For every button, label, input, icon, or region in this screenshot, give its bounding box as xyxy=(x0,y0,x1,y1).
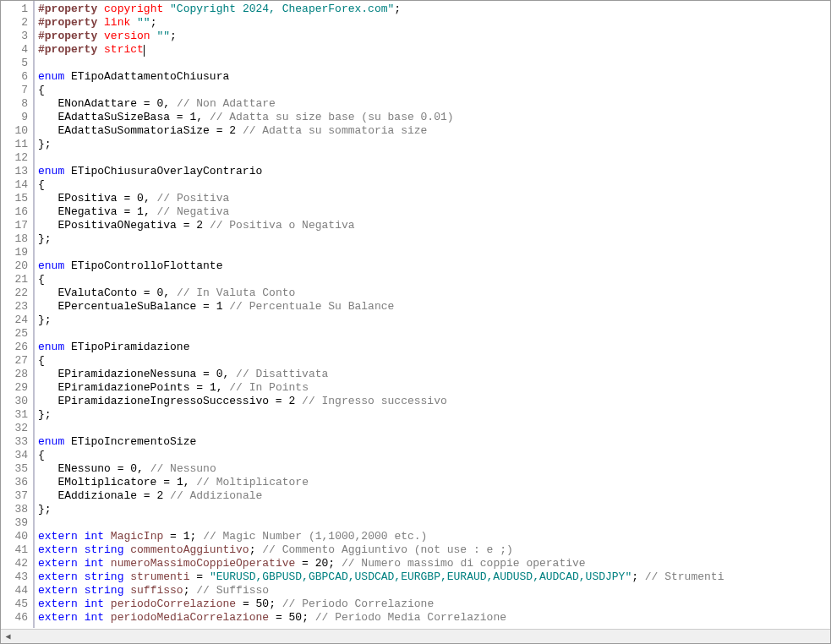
token-var: MagicInp xyxy=(111,530,163,543)
token-op: ; xyxy=(631,570,638,583)
code-line[interactable]: extern int numeroMassimoCoppieOperative … xyxy=(38,557,830,570)
token-op: { xyxy=(38,273,45,286)
line-number: 12 xyxy=(1,151,28,165)
code-line[interactable]: EPiramidazioneNessuna = 0, // Disattivat… xyxy=(38,368,830,381)
line-number: 35 xyxy=(1,462,28,476)
line-number: 16 xyxy=(1,205,28,219)
code-line[interactable]: EPiramidazioneIngressoSuccessivo = 2 // … xyxy=(38,395,830,408)
token-op: , xyxy=(144,205,150,218)
line-number: 10 xyxy=(1,124,28,138)
scrollbar-track[interactable] xyxy=(15,630,830,643)
code-line[interactable] xyxy=(38,327,830,341)
code-line[interactable]: ENessuno = 0, // Nessuno xyxy=(38,462,830,476)
token-num: 0 xyxy=(130,462,137,475)
code-line[interactable]: extern string commentoAggiuntivo; // Com… xyxy=(38,543,830,557)
token-cmt: // Non Adattare xyxy=(177,97,276,110)
token-op: ; xyxy=(269,598,276,610)
code-line[interactable]: #property version ""; xyxy=(38,30,830,43)
token-op: , xyxy=(137,462,144,475)
code-line[interactable] xyxy=(38,422,830,435)
code-line[interactable]: extern int periodoCorrelazione = 50; // … xyxy=(38,598,830,611)
token-type: string xyxy=(85,543,124,556)
token-op: = xyxy=(118,462,124,475)
token-var: periodoCorrelazione xyxy=(111,598,236,610)
code-line[interactable]: EMoltiplicatore = 1, // Moltiplicatore xyxy=(38,476,830,489)
line-number: 28 xyxy=(1,368,28,381)
code-line[interactable]: { xyxy=(38,84,830,97)
token-id: EPositivaONegativa xyxy=(57,219,176,232)
code-line[interactable]: { xyxy=(38,354,830,368)
token-id: EAdattaSuSommatoriaSize xyxy=(57,124,209,137)
code-line[interactable]: extern string suffisso; // Suffisso xyxy=(38,584,830,598)
token-id: EPiramidazionePoints xyxy=(57,381,189,394)
code-line[interactable]: enum ETipoControlloFlottante xyxy=(38,259,830,273)
scroll-left-arrow-icon[interactable]: ◀ xyxy=(1,630,15,644)
code-line[interactable] xyxy=(38,57,830,70)
code-line[interactable]: }; xyxy=(38,314,830,327)
token-kw: extern xyxy=(38,543,78,556)
code-line[interactable]: #property copyright "Copyright 2024, Che… xyxy=(38,3,830,16)
code-line[interactable]: EPositiva = 0, // Positiva xyxy=(38,192,830,205)
token-op: = xyxy=(123,192,130,205)
token-op: ; xyxy=(394,3,401,15)
token-id: EPiramidazioneIngressoSuccessivo xyxy=(57,395,269,407)
code-line[interactable]: ENegativa = 1, // Negativa xyxy=(38,205,830,219)
code-line[interactable]: #property strict xyxy=(38,43,830,57)
code-line[interactable]: enum ETipoAdattamentoChiusura xyxy=(38,70,830,84)
line-number: 32 xyxy=(1,422,28,435)
line-number: 38 xyxy=(1,503,28,516)
token-cmt: // Commento Aggiuntivo (not use : e ;) xyxy=(262,543,512,556)
token-dir: #property xyxy=(38,43,97,56)
line-number: 4 xyxy=(1,43,28,57)
line-number: 17 xyxy=(1,219,28,232)
code-line[interactable]: EPiramidazionePoints = 1, // In Points xyxy=(38,381,830,395)
code-line[interactable]: }; xyxy=(38,138,830,151)
code-line[interactable]: }; xyxy=(38,503,830,516)
code-line[interactable]: EAdattaSuSizeBasa = 1, // Adatta su size… xyxy=(38,111,830,124)
line-number: 40 xyxy=(1,530,28,543)
code-line[interactable]: EAdattaSuSommatoriaSize = 2 // Adatta su… xyxy=(38,124,830,138)
code-line[interactable] xyxy=(38,151,830,165)
token-type: int xyxy=(85,557,104,570)
token-num: 2 xyxy=(288,395,295,407)
token-var: commentoAggiuntivo xyxy=(130,543,249,556)
token-kw: extern xyxy=(38,530,78,543)
token-op: = xyxy=(203,368,210,380)
token-kw: enum xyxy=(38,165,64,177)
code-line[interactable]: }; xyxy=(38,232,830,246)
token-id: ENessuno xyxy=(57,462,110,475)
code-line[interactable]: extern string strumenti = "EURUSD,GBPUSD… xyxy=(38,570,830,584)
code-line[interactable]: enum ETipoChiusuraOverlayContrario xyxy=(38,165,830,178)
code-line[interactable] xyxy=(38,246,830,259)
horizontal-scrollbar[interactable]: ◀ xyxy=(1,629,830,643)
code-line[interactable]: { xyxy=(38,449,830,462)
code-line[interactable] xyxy=(38,516,830,530)
token-num: 0 xyxy=(137,192,144,205)
line-number: 19 xyxy=(1,246,28,259)
code-editor[interactable]: 1234567891011121314151617181920212223242… xyxy=(1,1,830,628)
token-cmt: // Adatta su sommatoria size xyxy=(243,124,427,137)
code-line[interactable]: #property link ""; xyxy=(38,16,830,30)
token-num: 1 xyxy=(137,205,144,218)
code-line[interactable]: { xyxy=(38,273,830,287)
token-id: ENonAdattare xyxy=(57,97,137,110)
token-id: ETipoChiusuraOverlayContrario xyxy=(71,165,262,177)
code-area[interactable]: #property copyright "Copyright 2024, Che… xyxy=(35,1,830,628)
code-line[interactable]: EValutaConto = 0, // In Valuta Conto xyxy=(38,287,830,300)
token-op: , xyxy=(196,111,203,123)
code-line[interactable]: extern int periodoMediaCorrelazione = 50… xyxy=(38,611,830,625)
code-line[interactable]: enum ETipoIncrementoSize xyxy=(38,435,830,449)
code-line[interactable]: ENonAdattare = 0, // Non Adattare xyxy=(38,97,830,111)
line-number: 23 xyxy=(1,300,28,314)
code-line[interactable]: { xyxy=(38,178,830,192)
token-id: EValutaConto xyxy=(57,287,137,299)
code-line[interactable]: extern int MagicInp = 1; // Magic Number… xyxy=(38,530,830,543)
token-op: ; xyxy=(302,611,309,624)
token-op: ; xyxy=(150,16,157,29)
code-line[interactable]: EPercentualeSuBalance = 1 // Percentuale… xyxy=(38,300,830,314)
code-line[interactable]: }; xyxy=(38,408,830,422)
code-line[interactable]: enum ETipoPiramidazione xyxy=(38,341,830,354)
code-line[interactable]: EPositivaONegativa = 2 // Positiva o Neg… xyxy=(38,219,830,232)
line-number: 20 xyxy=(1,259,28,273)
code-line[interactable]: EAddizionale = 2 // Addizionale xyxy=(38,489,830,503)
